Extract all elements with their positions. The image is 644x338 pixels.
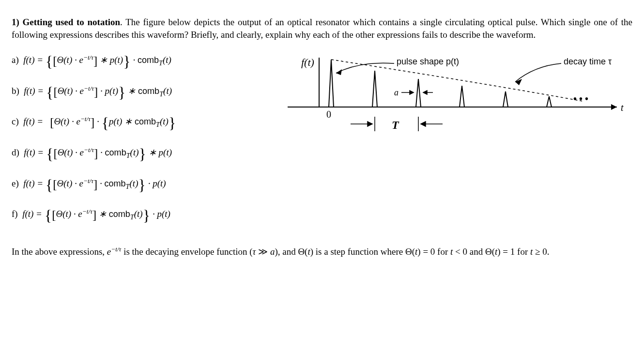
option-expression: f(t) = {[Θ(t) · e−t/τ] ∗ combT(t)} · p(t…: [22, 209, 170, 219]
option-expression: f(t) = [Θ(t) · e−t/τ] · {p(t) ∗ combT(t)…: [23, 116, 176, 126]
content-row: a) f(t) = {[Θ(t) · e−t/τ] ∗ p(t)} · comb…: [12, 51, 632, 236]
option-expression: f(t) = {[Θ(t) · e−t/τ] · p(t)} ∗ combT(t…: [24, 86, 172, 96]
problem-title: 1) Getting used to notation: [12, 17, 120, 27]
svg-marker-13: [421, 122, 426, 126]
svg-marker-10: [368, 122, 372, 126]
svg-marker-2: [611, 104, 617, 110]
dots: • • •: [573, 93, 588, 104]
option-f: f) f(t) = {[Θ(t) · e−t/τ] ∗ combT(t)} · …: [12, 205, 273, 227]
t-axis-label: t: [621, 102, 624, 113]
option-expression: f(t) = {[Θ(t) · e−t/τ] ∗ p(t)} · combT(t…: [23, 55, 171, 65]
option-expression: f(t) = {[Θ(t) · e−t/τ] · combT(t)} ∗ p(t…: [24, 147, 172, 157]
option-label: b): [12, 86, 19, 96]
closing-note: In the above expressions, e−t/τ is the d…: [12, 245, 632, 258]
decay-time-label: decay time τ: [564, 57, 612, 66]
pulse-shape-label: pulse shape p(t): [397, 57, 459, 66]
period-label: T: [392, 119, 399, 131]
option-e: e) f(t) = {[Θ(t) · e−t/τ] · combT(t)} · …: [12, 175, 273, 196]
a-label: a: [394, 88, 399, 97]
option-label: c): [12, 116, 19, 126]
problem-intro: 1) Getting used to notation. The figure …: [12, 16, 632, 41]
svg-marker-3: [336, 69, 342, 75]
option-label: f): [12, 209, 18, 219]
svg-marker-6: [410, 91, 414, 94]
option-expression: f(t) = {[Θ(t) · e−t/τ] · combT(t)} · p(t…: [23, 178, 166, 188]
svg-marker-8: [423, 91, 427, 94]
y-axis-label: f(t): [301, 56, 314, 68]
option-d: d) f(t) = {[Θ(t) · e−t/τ] · combT(t)} ∗ …: [12, 144, 273, 165]
option-label: a): [12, 55, 19, 65]
option-label: e): [12, 178, 19, 188]
zero-label: 0: [326, 109, 331, 120]
option-b: b) f(t) = {[Θ(t) · e−t/τ] · p(t)} ∗ comb…: [12, 82, 273, 104]
options-list: a) f(t) = {[Θ(t) · e−t/τ] ∗ p(t)} · comb…: [12, 51, 273, 236]
svg-marker-4: [515, 79, 522, 85]
option-label: d): [12, 147, 19, 157]
option-a: a) f(t) = {[Θ(t) · e−t/τ] ∗ p(t)} · comb…: [12, 51, 273, 73]
waveform-figure: f(t) t 0 pulse sha: [288, 51, 632, 139]
option-c: c) f(t) = [Θ(t) · e−t/τ] · {p(t) ∗ combT…: [12, 113, 273, 134]
